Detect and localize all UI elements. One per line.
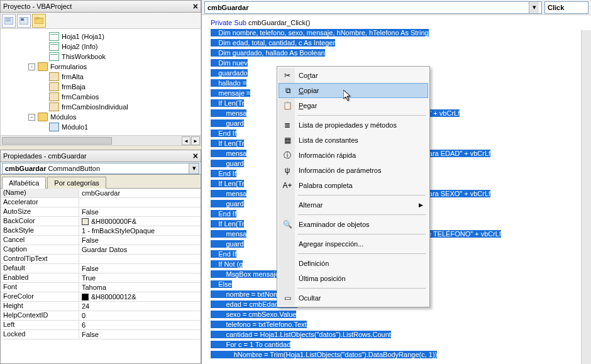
property-row[interactable]: ForeColor&H80000012&	[1, 292, 201, 302]
menu-item[interactable]: ▭Ocultar	[279, 290, 428, 306]
view-object-button[interactable]	[17, 14, 31, 28]
properties-close-icon[interactable]: ×	[193, 151, 198, 161]
tree-node[interactable]: -Módulos	[1, 112, 201, 122]
property-value[interactable]: cmbGuardar	[79, 189, 201, 197]
property-row[interactable]: Accelerator	[1, 198, 201, 207]
property-row[interactable]: (Name)cmbGuardar	[1, 189, 201, 198]
tree-node-label: Hoja1 (Hoja1)	[62, 33, 104, 40]
code-line: For c = 1 To cantidad	[211, 339, 591, 350]
form-icon	[49, 92, 59, 101]
property-name: HelpContextID	[1, 311, 79, 320]
expand-icon[interactable]: -	[28, 63, 35, 70]
property-name: Cancel	[1, 236, 79, 245]
property-value[interactable]: False	[79, 264, 201, 273]
property-row[interactable]: LockedFalse	[1, 330, 201, 339]
property-value[interactable]: 0	[79, 311, 201, 320]
properties-grid[interactable]: (Name)cmbGuardarAcceleratorAutoSizeFalse…	[0, 189, 201, 364]
property-row[interactable]: Left6	[1, 321, 201, 330]
property-row[interactable]: HelpContextID0	[1, 311, 201, 321]
menu-item[interactable]: ≣Lista de propiedades y métodos	[279, 118, 428, 133]
project-hscroll[interactable]: ◄ ►	[0, 136, 201, 146]
menu-item-icon: ⧉	[282, 85, 294, 96]
tab-alphabetic[interactable]: Alfabética	[2, 177, 46, 189]
menu-item[interactable]: ψInformación de parámetros	[279, 163, 428, 178]
tree-node[interactable]: Hoja2 (Info)	[1, 41, 201, 52]
property-row[interactable]: EnabledTrue	[1, 273, 201, 283]
property-value[interactable]: False	[79, 236, 201, 245]
property-row[interactable]: Height24	[1, 302, 201, 311]
code-vscroll[interactable]	[581, 30, 591, 364]
tree-node-label: frmBaja	[62, 83, 86, 91]
tree-node[interactable]: frmCambios	[1, 92, 201, 102]
scroll-thumb[interactable]	[2, 137, 112, 145]
property-row[interactable]: CaptionGuardar Datos	[1, 245, 201, 255]
properties-object-selector[interactable]: cmbGuardar CommandButton ▾	[0, 162, 201, 175]
property-value[interactable]: False	[79, 207, 201, 216]
expand-icon[interactable]: -	[28, 114, 35, 121]
tree-node[interactable]: frmAlta	[1, 72, 201, 82]
scroll-left-icon[interactable]: ◄	[182, 136, 191, 145]
toggle-folders-button[interactable]	[32, 14, 46, 28]
menu-item[interactable]: Alternar▶	[279, 197, 428, 212]
tree-node[interactable]: Hoja1 (Hoja1)	[1, 31, 201, 41]
menu-item[interactable]: 📋Pegar	[279, 98, 428, 113]
property-value[interactable]: False	[79, 330, 201, 339]
property-value[interactable]	[79, 255, 201, 263]
property-value[interactable]: &H80000012&	[79, 292, 201, 301]
menu-item-label: Examinador de objetos	[299, 221, 370, 228]
property-name: BackColor	[1, 217, 79, 226]
menu-item[interactable]: A+Palabra completa	[279, 178, 428, 193]
property-value[interactable]: 6	[79, 321, 201, 329]
chevron-down-icon[interactable]: ▾	[189, 163, 199, 174]
color-swatch-icon	[82, 218, 89, 225]
property-value[interactable]: 1 - fmBackStyleOpaque	[79, 226, 201, 235]
property-row[interactable]: BackColor&H8000000F&	[1, 217, 201, 226]
menu-item-label: Cortar	[299, 72, 318, 79]
property-value[interactable]: Tahoma	[79, 283, 201, 292]
menu-separator	[297, 214, 426, 215]
menu-item[interactable]: ⓘInformación rápida	[279, 148, 428, 163]
code-line: Dim nombre, telefono, sexo, mensaje, hNo…	[211, 28, 591, 38]
menu-item[interactable]: Definición	[279, 256, 428, 271]
property-name: (Name)	[1, 189, 79, 197]
object-name: cmbGuardar	[5, 165, 46, 172]
menu-item[interactable]: ▦Lista de constantes	[279, 133, 428, 148]
menu-item[interactable]: ⧉Copiar	[279, 83, 428, 98]
property-row[interactable]: BackStyle1 - fmBackStyleOpaque	[1, 226, 201, 236]
scroll-right-icon[interactable]: ►	[191, 136, 200, 145]
property-value[interactable]: &H8000000F&	[79, 217, 201, 226]
tree-node[interactable]: frmBaja	[1, 82, 201, 92]
property-value[interactable]	[79, 198, 201, 207]
menu-item-label: Definición	[299, 260, 329, 267]
property-name: Caption	[1, 245, 79, 254]
menu-separator	[297, 234, 426, 234]
menu-item[interactable]: 🔍Examinador de objetos	[279, 217, 428, 232]
tree-node[interactable]: frmCambiosIndividual	[1, 102, 201, 112]
menu-item-label: Alternar	[299, 201, 323, 209]
tree-node[interactable]: Módulo1	[1, 122, 201, 132]
menu-item[interactable]: Última posición	[279, 271, 428, 286]
property-value[interactable]: 24	[79, 302, 201, 311]
property-row[interactable]: ControlTipText	[1, 255, 201, 264]
project-tree[interactable]: Hoja1 (Hoja1)Hoja2 (Info)ThisWorkbook-Fo…	[0, 29, 201, 136]
tree-node[interactable]: ThisWorkbook	[1, 52, 201, 62]
procedure-combo[interactable]: Click	[544, 1, 588, 14]
tree-node[interactable]: -Formularios	[1, 62, 201, 72]
property-row[interactable]: AutoSizeFalse	[1, 207, 201, 217]
menu-separator	[297, 115, 426, 116]
property-row[interactable]: CancelFalse	[1, 236, 201, 245]
property-value[interactable]: True	[79, 273, 201, 282]
tab-categorized[interactable]: Por categorías	[47, 177, 106, 189]
menu-item[interactable]: ✂Cortar	[279, 68, 428, 83]
menu-item-icon: 🔍	[282, 219, 293, 230]
code-line: Dim edad, total, cantidad, c As Integer	[211, 38, 591, 48]
menu-item[interactable]: Agregar inspección...	[279, 236, 428, 251]
property-row[interactable]: FontTahoma	[1, 283, 201, 292]
property-row[interactable]: DefaultFalse	[1, 264, 201, 273]
chevron-down-icon[interactable]: ▾	[529, 2, 539, 13]
project-close-icon[interactable]: ×	[193, 1, 198, 11]
properties-panel-title: Propiedades - cmbGuardar ×	[0, 150, 201, 162]
property-value[interactable]: Guardar Datos	[79, 245, 201, 254]
object-combo[interactable]: cmbGuardar ▾	[204, 1, 542, 14]
view-code-button[interactable]	[2, 14, 16, 28]
